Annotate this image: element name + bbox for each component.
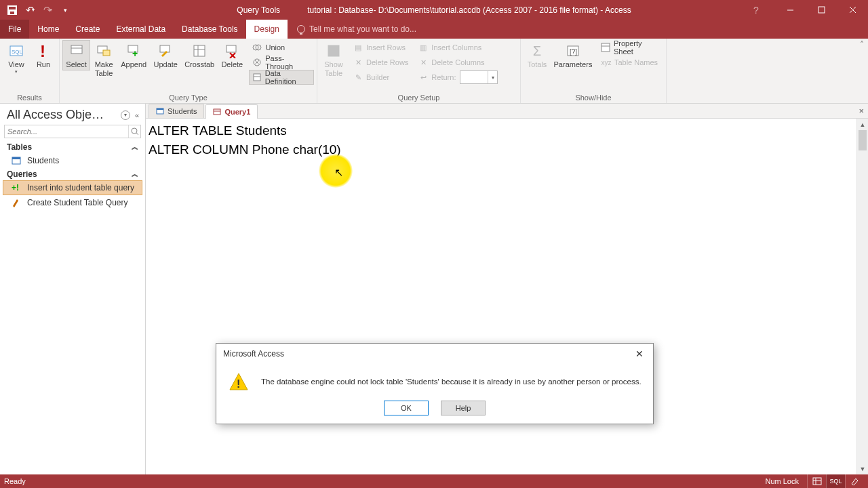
table-names-icon: xyz — [601, 57, 612, 68]
builder-button: ✎Builder — [350, 70, 411, 85]
minimize-button[interactable] — [774, 0, 806, 20]
property-sheet-button[interactable]: Property Sheet — [598, 40, 663, 55]
svg-rect-13 — [160, 45, 170, 52]
group-label-results: Results — [3, 94, 56, 103]
return-input: ▾ — [460, 70, 498, 84]
search-input[interactable] — [5, 127, 128, 136]
make-table-button[interactable]: Make Table — [90, 40, 117, 79]
union-button[interactable]: Union — [249, 40, 314, 55]
scroll-up-icon[interactable]: ▲ — [857, 119, 868, 130]
delete-rows-button: ✕Delete Rows — [350, 55, 411, 70]
svg-rect-25 — [328, 45, 339, 56]
pass-through-button[interactable]: Pass-Through — [249, 55, 314, 70]
run-button[interactable]: ! Run — [30, 40, 57, 70]
sql-view-icon: SQL — [8, 43, 24, 59]
update-button[interactable]: Update — [150, 40, 181, 70]
svg-text:+: + — [132, 48, 138, 58]
view-datasheet-icon[interactable] — [807, 474, 826, 488]
nav-title[interactable]: All Access Obje… — [7, 108, 121, 122]
tab-database-tools[interactable]: Database Tools — [174, 20, 246, 39]
close-tab-icon[interactable]: × — [859, 106, 864, 116]
sql-line: ALTER COLUMN Phone char(10) — [149, 140, 865, 159]
nav-collapse-icon[interactable]: « — [133, 111, 141, 119]
nav-menu-icon[interactable]: ▾ — [121, 110, 130, 120]
insert-rows-button: ▤Insert Rows — [350, 40, 411, 55]
save-icon[interactable] — [7, 5, 18, 16]
tab-create[interactable]: Create — [67, 20, 108, 39]
svg-text:[?]: [?] — [570, 48, 577, 56]
svg-rect-37 — [214, 109, 220, 115]
search-icon[interactable] — [128, 125, 140, 138]
union-icon — [252, 42, 262, 53]
nav-query-insert[interactable]: +! Insert into student table query — [3, 180, 142, 195]
return-control: ↩ Return: ▾ — [415, 70, 500, 85]
tab-file[interactable]: File — [0, 20, 29, 39]
delete-columns-button: ✕Delete Columns — [415, 55, 500, 70]
redo-icon: ↷▾ — [42, 5, 53, 16]
view-sql-icon[interactable]: SQL — [826, 474, 845, 488]
tell-me-placeholder: Tell me what you want to do... — [309, 24, 416, 34]
tab-home[interactable]: Home — [29, 20, 67, 39]
parameters-button[interactable]: [?] Parameters — [551, 40, 595, 70]
table-icon — [11, 155, 22, 166]
insert-rows-icon: ▤ — [353, 42, 363, 53]
close-button[interactable] — [837, 0, 868, 20]
document-tabs: Students Query1 × — [146, 104, 868, 119]
maximize-button[interactable] — [806, 0, 837, 20]
status-ready: Ready — [4, 477, 26, 485]
ribbon-collapse-icon[interactable]: ˄ — [860, 40, 864, 49]
insert-columns-icon: ▥ — [418, 42, 429, 53]
svg-text:+!: +! — [12, 183, 19, 192]
property-sheet-icon — [601, 42, 611, 53]
nav-group-queries[interactable]: Queries︽ — [3, 168, 142, 180]
svg-rect-28 — [601, 43, 610, 52]
sql-line: ALTER TABLE Students — [149, 121, 865, 140]
table-icon — [156, 107, 164, 115]
tab-design[interactable]: Design — [246, 20, 288, 39]
status-bar: Ready Num Lock SQL — [0, 474, 868, 488]
pass-through-icon — [252, 57, 262, 68]
show-table-button: Show Table — [320, 40, 347, 79]
doc-tab-query1[interactable]: Query1 — [205, 104, 258, 119]
view-design-icon[interactable] — [845, 474, 864, 488]
nav-query-create[interactable]: Create Student Table Query — [3, 195, 142, 210]
group-label-query-type: Query Type — [62, 94, 314, 103]
ribbon: SQL View ▾ ! Run Results Select Make Tab… — [0, 39, 868, 104]
nav-table-students[interactable]: Students — [3, 153, 142, 168]
delete-query-button[interactable]: Delete — [218, 40, 246, 70]
view-button[interactable]: SQL View ▾ — [3, 40, 30, 76]
dialog-close-icon[interactable]: ✕ — [630, 346, 649, 361]
svg-rect-23 — [254, 74, 260, 81]
data-definition-button[interactable]: Data Definition — [249, 70, 314, 85]
svg-rect-14 — [194, 45, 205, 56]
cursor-icon: ↖ — [334, 163, 343, 182]
help-icon[interactable]: ? — [741, 0, 772, 20]
status-numlock: Num Lock — [765, 477, 799, 485]
undo-icon[interactable]: ↶▾ — [24, 5, 35, 16]
nav-search[interactable] — [4, 125, 141, 138]
scrollbar[interactable]: ▲ ▼ — [856, 119, 868, 474]
help-button[interactable]: Help — [441, 401, 486, 415]
svg-text:SQL: SQL — [12, 49, 23, 55]
tell-me-search[interactable]: Tell me what you want to do... — [288, 20, 416, 39]
show-table-icon — [326, 43, 342, 59]
qat-customize-icon[interactable]: ▾ — [60, 5, 71, 16]
group-label-query-setup: Query Setup — [320, 94, 517, 103]
dialog-message: The database engine could not lock table… — [261, 378, 644, 386]
update-icon — [157, 43, 174, 59]
nav-group-tables[interactable]: Tables︽ — [3, 141, 142, 153]
dialog-title: Microsoft Access — [223, 349, 630, 359]
group-label-show-hide: Show/Hide — [524, 94, 663, 103]
append-button[interactable]: + Append — [117, 40, 150, 70]
ok-button[interactable]: OK — [384, 401, 429, 415]
ddl-query-icon — [11, 197, 22, 208]
tab-external-data[interactable]: External Data — [108, 20, 174, 39]
crosstab-button[interactable]: Crosstab — [181, 40, 218, 70]
delete-columns-icon: ✕ — [418, 57, 429, 68]
scroll-thumb[interactable] — [859, 130, 867, 150]
append-query-icon: +! — [11, 182, 22, 193]
scroll-down-icon[interactable]: ▼ — [857, 463, 868, 474]
doc-tab-students[interactable]: Students — [149, 104, 204, 118]
svg-text:!: ! — [40, 43, 45, 58]
select-query-button[interactable]: Select — [62, 40, 90, 70]
